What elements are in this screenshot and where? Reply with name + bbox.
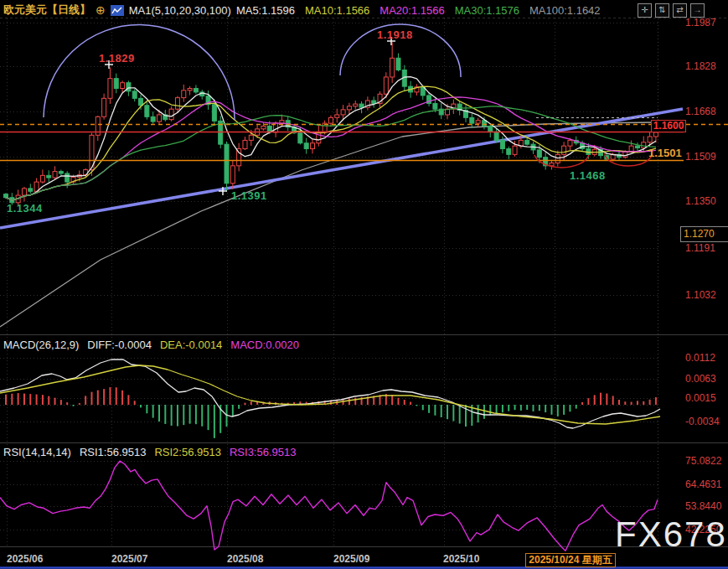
macd-header: MACD(26,12,9) DIFF:-0.0004 DEA:-0.0014 M… — [3, 339, 299, 351]
chart-canvas[interactable] — [0, 0, 728, 569]
annotation-text: 1.1468 — [570, 169, 606, 182]
current-price-marker: 1.1600 — [651, 120, 686, 132]
indicator-chart-icon[interactable] — [111, 5, 124, 16]
price-axis-label: 1.1191 — [685, 242, 715, 254]
price-axis-label: 1.1828 — [685, 60, 716, 72]
price-axis-label: 1.1509 — [685, 151, 716, 163]
rsi-header: RSI(14,14,14) RSI1:56.9513 RSI2:56.9513 … — [3, 446, 296, 458]
ma-value-label: MA5:1.1596 — [236, 4, 295, 17]
rsi3-value: RSI3:56.9513 — [230, 446, 297, 458]
symbol-name: 欧元美元 — [3, 3, 47, 16]
move-chart-icon[interactable]: ✛ — [638, 3, 652, 18]
macd-diff-value: DIFF:-0.0004 — [87, 339, 152, 351]
ma-values: MA5:1.1596MA10:1.1566MA20:1.1566MA30:1.1… — [236, 4, 601, 17]
rsi1-value: RSI1:56.9513 — [80, 446, 147, 458]
macd-axis-label: -0.0034 — [685, 416, 720, 427]
annotation-text: 1.1829 — [99, 52, 135, 65]
rsi-axis-label: 75.0822 — [685, 455, 721, 467]
crosshair-date-marker: 2025/10/24 星期五 — [525, 553, 616, 567]
scale-y-axis-icon[interactable]: ⇅ — [655, 3, 669, 18]
macd-axis-label: 0.0112 — [685, 352, 715, 364]
ma-settings-label: MA1(5,10,20,30,100) — [129, 4, 231, 17]
macd-dea-value: DEA:-0.0014 — [160, 339, 222, 351]
price-axis-label: 1.1668 — [685, 106, 716, 117]
ma-value-label: MA30:1.1576 — [455, 4, 519, 17]
chart-header: 欧元美元【日线】 ⊕ MA1(5,10,20,30,100) MA5:1.159… — [3, 3, 601, 18]
rsi-title: RSI(14,14,14) — [3, 446, 71, 458]
annotation-text: 1.1344 — [7, 202, 43, 215]
macd-axis-label: 0.0015 — [685, 392, 716, 404]
macd-macd-value: MACD:0.0020 — [230, 339, 299, 351]
date-label: 2025/06 — [7, 553, 43, 565]
scale-x-axis-icon[interactable]: ⇄ — [673, 3, 687, 18]
date-label: 2025/07 — [111, 553, 147, 565]
ma-value-label: MA10:1.1566 — [305, 4, 369, 17]
macd-axis-label: 0.0063 — [685, 373, 716, 385]
price-axis-label: 1.1032 — [685, 289, 716, 301]
expand-icon[interactable]: ⊕ — [96, 3, 106, 17]
ma-value-label: MA20:1.1566 — [379, 4, 444, 17]
support-price-marker: 1.1501 — [648, 147, 682, 159]
fx678-watermark: FX678 — [615, 515, 727, 555]
date-label: 2025/08 — [227, 553, 263, 565]
annotation-text: 1.1918 — [377, 28, 413, 41]
trading-chart-window: 欧元美元【日线】 ⊕ MA1(5,10,20,30,100) MA5:1.159… — [0, 0, 728, 569]
date-label: 2025/10 — [443, 553, 479, 565]
price-axis-label: 1.1987 — [685, 17, 716, 28]
go-to-end-icon[interactable]: → — [690, 3, 705, 18]
annotation-text: 1.1391 — [231, 189, 267, 202]
macd-title: MACD(26,12,9) — [3, 339, 79, 351]
rsi2-value: RSI2:56.9513 — [154, 446, 221, 458]
date-label: 2025/09 — [333, 553, 369, 565]
symbol-title: 欧元美元【日线】 — [3, 3, 90, 18]
period-label: 【日线】 — [47, 3, 90, 16]
ma-value-label: MA100:1.1642 — [529, 4, 601, 17]
rsi-axis-label: 64.4631 — [685, 478, 721, 490]
crosshair-price-marker: 1.1270 — [680, 226, 728, 242]
chart-toolbar: ✛⇅⇄→ — [638, 3, 705, 18]
rsi-axis-label: 53.8440 — [685, 500, 721, 512]
price-axis-label: 1.1350 — [685, 195, 716, 207]
